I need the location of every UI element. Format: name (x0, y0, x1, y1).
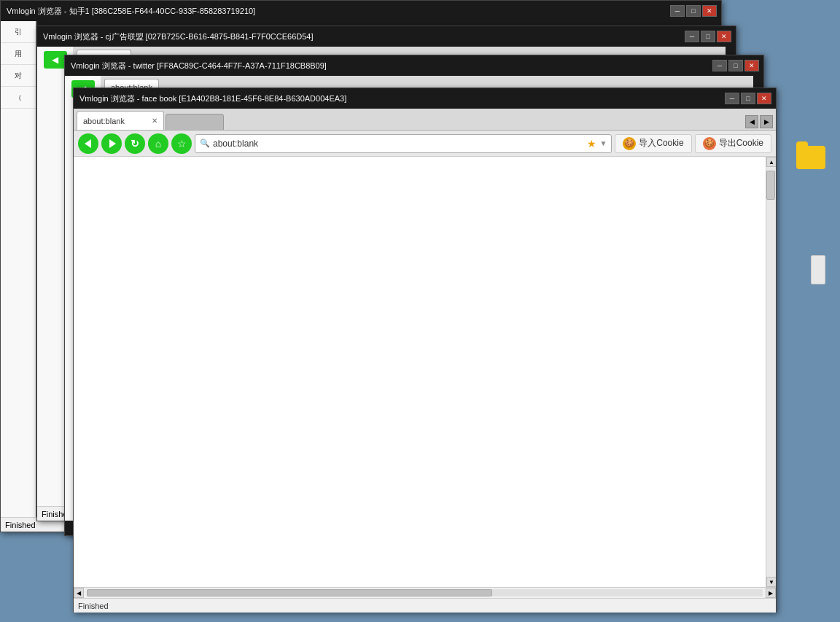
bottom-bars: ◀ ▶ Finished (74, 587, 776, 612)
controls-facebook: ─ □ ✕ (725, 93, 771, 104)
tab-active-label: about:blank (83, 117, 125, 125)
forward-button[interactable] (101, 133, 122, 154)
tab-extras: ◀ ▶ (745, 115, 773, 130)
controls-twitter: ─ □ ✕ (712, 60, 759, 71)
w1-sidebar-item-1: 引 (1, 21, 36, 43)
forward-icon (109, 139, 116, 148)
tab-close-btn[interactable]: ✕ (152, 117, 158, 125)
minimize-btn-w1[interactable]: ─ (670, 5, 685, 17)
tab-ext-right[interactable]: ▶ (760, 115, 773, 128)
status-text-w1: Finished (5, 521, 36, 529)
maximize-btn-w2[interactable]: □ (701, 31, 715, 42)
title-zhishou1: Vmlogin 浏览器 - 知手1 [386C258E-F644-40CC-93… (7, 6, 670, 17)
desktop: Vmlogin 浏览器 - 知手1 [386C258E-F644-40CC-93… (0, 0, 840, 622)
back-button[interactable] (78, 133, 98, 154)
close-btn-w4[interactable]: ✕ (757, 93, 771, 104)
status-bar-w4: Finished (74, 598, 776, 613)
import-cookie-button[interactable]: 🍪 导入Cookie (615, 134, 691, 153)
maximize-btn-w1[interactable]: □ (686, 5, 701, 17)
import-cookie-icon: 🍪 (623, 137, 636, 150)
export-cookie-button[interactable]: 🍪 导出Cookie (695, 134, 771, 153)
window-facebook: Vmlogin 浏览器 - face book [E1A402B8-181E-4… (73, 88, 777, 613)
w1-sidebar-item-2: 用 (1, 43, 36, 65)
controls-cj: ─ □ ✕ (685, 31, 731, 42)
controls-zhishou1: ─ □ ✕ (670, 5, 717, 17)
home-icon: ⌂ (155, 138, 161, 149)
address-text: about:blank (213, 139, 584, 149)
titlebar-twitter[interactable]: Vmlogin 浏览器 - twitter [FF8AC89C-C464-4F7… (65, 55, 763, 76)
titlebar-facebook[interactable]: Vmlogin 浏览器 - face book [E1A402B8-181E-4… (74, 88, 776, 109)
scroll-left-arrow[interactable]: ◀ (74, 588, 84, 598)
w2-nav-btn[interactable]: ◀ (44, 51, 67, 69)
address-dropdown-icon[interactable]: ▼ (599, 139, 607, 147)
tab-about-blank[interactable]: about:blank ✕ (77, 111, 164, 130)
refresh-button[interactable]: ↻ (125, 133, 145, 154)
status-text-w4: Finished (78, 602, 109, 610)
refresh-icon: ↻ (131, 138, 139, 149)
browser-viewport: ▲ ▼ (74, 157, 776, 587)
desktop-folder-icon[interactable] (796, 146, 825, 169)
scroll-thumb-h[interactable] (87, 589, 492, 596)
horizontal-scrollbar[interactable]: ◀ ▶ (74, 588, 776, 598)
nav-bar: ↻ ⌂ ☆ 🔍 about:blank ★ ▼ (74, 131, 776, 157)
scroll-down-arrow[interactable]: ▼ (766, 577, 776, 587)
scroll-up-arrow[interactable]: ▲ (766, 157, 776, 167)
titlebar-zhishou1[interactable]: Vmlogin 浏览器 - 知手1 [386C258E-F644-40CC-93… (1, 1, 721, 21)
scroll-right-arrow[interactable]: ▶ (766, 588, 776, 598)
scroll-track-v[interactable] (766, 167, 776, 577)
title-facebook: Vmlogin 浏览器 - face book [E1A402B8-181E-4… (79, 93, 725, 104)
search-icon: 🔍 (200, 139, 210, 148)
minimize-btn-w3[interactable]: ─ (712, 60, 727, 71)
maximize-btn-w3[interactable]: □ (728, 60, 743, 71)
home-button[interactable]: ⌂ (148, 133, 168, 154)
vertical-scrollbar[interactable]: ▲ ▼ (766, 157, 776, 587)
maximize-btn-w4[interactable]: □ (741, 93, 755, 104)
import-cookie-label: 导入Cookie (639, 137, 683, 149)
close-btn-w2[interactable]: ✕ (717, 31, 731, 42)
close-btn-w1[interactable]: ✕ (702, 5, 717, 17)
address-star-icon: ★ (587, 138, 596, 149)
address-bar[interactable]: 🔍 about:blank ★ ▼ (195, 134, 612, 153)
w1-sidebar: 引 用 对 （ (1, 21, 37, 517)
scroll-thumb-v[interactable] (766, 171, 775, 200)
browser-chrome: about:blank ✕ ◀ ▶ (74, 109, 776, 612)
titlebar-cj[interactable]: Vmlogin 浏览器 - cj广告联盟 [027B725C-B616-4875… (37, 26, 736, 47)
scroll-track-h[interactable] (87, 589, 763, 596)
w1-sidebar-item-3: 对 (1, 65, 36, 87)
minimize-btn-w2[interactable]: ─ (685, 31, 699, 42)
tab-ext-left[interactable]: ◀ (745, 115, 758, 128)
bookmark-icon: ☆ (177, 138, 187, 149)
close-btn-w3[interactable]: ✕ (744, 60, 759, 71)
tab-bar: about:blank ✕ ◀ ▶ (74, 109, 776, 131)
export-cookie-icon: 🍪 (703, 137, 716, 150)
tab-inactive-1[interactable] (166, 114, 224, 130)
title-twitter: Vmlogin 浏览器 - twitter [FF8AC89C-C464-4F7… (71, 61, 712, 71)
export-cookie-label: 导出Cookie (719, 137, 763, 149)
title-cj: Vmlogin 浏览器 - cj广告联盟 [027B725C-B616-4875… (43, 31, 685, 42)
minimize-btn-w4[interactable]: ─ (725, 93, 739, 104)
w1-sidebar-item-4: （ (1, 87, 36, 109)
desktop-drive-icon (811, 255, 825, 284)
back-icon (85, 139, 91, 148)
bookmark-button[interactable]: ☆ (171, 133, 192, 154)
